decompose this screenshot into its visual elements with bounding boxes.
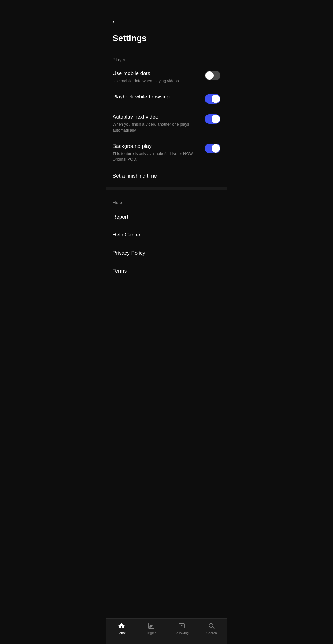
bottom-nav: Home N. Original Following Search (106, 618, 227, 644)
playback-while-browsing-toggle[interactable] (205, 94, 220, 104)
playback-while-browsing-toggle-knob (212, 95, 220, 103)
settings-item-playback-while-browsing: Playback while browsing (106, 89, 227, 109)
original-icon: N. (147, 622, 155, 630)
header: ‹ Settings (106, 14, 227, 49)
terms-title: Terms (113, 268, 220, 274)
playback-while-browsing-title: Playback while browsing (113, 94, 200, 100)
home-label: Home (117, 631, 126, 635)
settings-item-content: Use mobile data Use mobile data when pla… (113, 70, 200, 84)
privacy-policy-title: Privacy Policy (113, 250, 220, 257)
back-icon: ‹ (113, 18, 115, 26)
background-play-toggle[interactable] (205, 144, 220, 153)
settings-item-set-finishing-time[interactable]: Set a finishing time (106, 167, 227, 185)
svg-line-5 (213, 627, 215, 629)
section-label-player: Player (106, 49, 227, 65)
status-bar (106, 0, 227, 14)
content-area: Player Use mobile data Use mobile data w… (106, 49, 227, 311)
home-icon (117, 622, 125, 630)
section-divider (106, 187, 227, 190)
autoplay-next-video-title: Autoplay next video (113, 114, 200, 120)
following-label: Following (175, 631, 189, 635)
settings-item-terms[interactable]: Terms (106, 262, 227, 280)
settings-item-report[interactable]: Report (106, 208, 227, 226)
report-title: Report (113, 214, 220, 220)
svg-text:N.: N. (149, 626, 151, 628)
nav-item-search[interactable]: Search (197, 619, 227, 644)
use-mobile-data-toggle-knob (205, 71, 214, 80)
search-label: Search (206, 631, 217, 635)
set-finishing-time-title: Set a finishing time (113, 173, 220, 179)
background-play-toggle-knob (212, 144, 220, 153)
background-play-toggle-wrapper (205, 144, 220, 153)
svg-point-4 (209, 623, 213, 627)
settings-item-help-center[interactable]: Help Center (106, 226, 227, 244)
settings-item-content: Background play This feature is only ava… (113, 143, 200, 162)
search-icon (208, 622, 216, 630)
autoplay-next-video-toggle[interactable] (205, 114, 220, 124)
help-center-title: Help Center (113, 232, 220, 238)
use-mobile-data-title: Use mobile data (113, 70, 200, 77)
section-label-help: Help (106, 192, 227, 208)
use-mobile-data-toggle[interactable] (205, 71, 220, 80)
background-play-subtitle: This feature is only available for Live … (113, 151, 200, 162)
use-mobile-data-subtitle: Use mobile data when playing videos (113, 78, 200, 84)
settings-item-autoplay-next-video: Autoplay next video When you finish a vi… (106, 109, 227, 138)
background-play-title: Background play (113, 143, 200, 150)
page-title: Settings (113, 33, 220, 43)
settings-item-content: Playback while browsing (113, 94, 200, 100)
autoplay-next-video-toggle-knob (212, 115, 220, 123)
nav-item-home[interactable]: Home (106, 619, 137, 644)
following-icon (178, 622, 186, 630)
playback-while-browsing-toggle-wrapper (205, 94, 220, 104)
autoplay-next-video-subtitle: When you finish a video, another one pla… (113, 122, 200, 133)
nav-item-following[interactable]: Following (166, 619, 197, 644)
settings-item-background-play: Background play This feature is only ava… (106, 138, 227, 167)
use-mobile-data-toggle-wrapper (205, 71, 220, 80)
svg-marker-3 (181, 625, 183, 627)
settings-item-privacy-policy[interactable]: Privacy Policy (106, 244, 227, 262)
settings-item-use-mobile-data: Use mobile data Use mobile data when pla… (106, 65, 227, 89)
autoplay-next-video-toggle-wrapper (205, 114, 220, 124)
nav-item-original[interactable]: N. Original (137, 619, 167, 644)
settings-item-content: Autoplay next video When you finish a vi… (113, 114, 200, 133)
back-button[interactable]: ‹ (113, 17, 115, 27)
original-label: Original (146, 631, 157, 635)
